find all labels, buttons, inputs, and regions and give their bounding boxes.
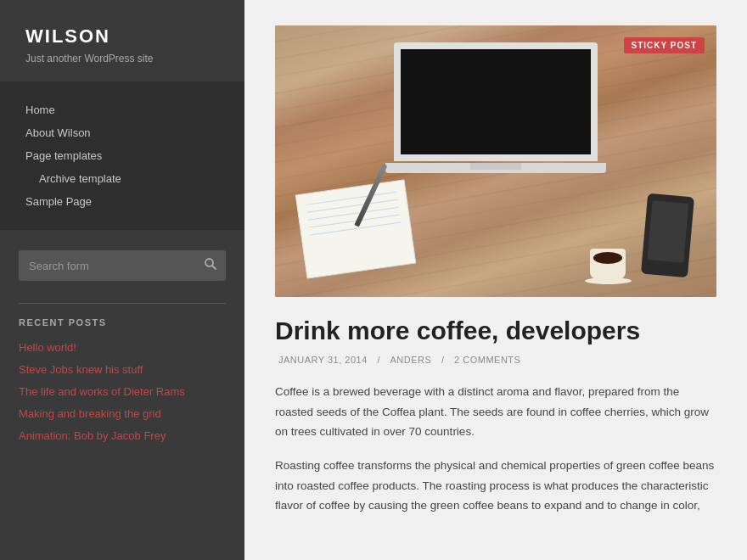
post-paragraph-1: Coffee is a brewed beverage with a disti… [275, 382, 716, 442]
recent-posts-list: Hello world! Steve Jobs knew his stuff T… [19, 339, 226, 443]
list-item[interactable]: Hello world! [19, 339, 226, 355]
list-item[interactable]: Animation: Bob by Jacob Frey [19, 428, 226, 443]
meta-separator-2: / [441, 355, 447, 365]
featured-image-wrapper: STICKY POST [275, 25, 716, 297]
svg-line-1 [212, 266, 216, 269]
recent-post-link-2[interactable]: Steve Jobs knew his stuff [19, 363, 143, 376]
nav-link-page-templates[interactable]: Page templates [0, 144, 244, 167]
post-article: STICKY POST Drink more coffee, developer… [275, 25, 716, 516]
nav-item-home[interactable]: Home [0, 98, 244, 121]
site-title: WILSON [25, 25, 219, 48]
laptop-screen [394, 42, 598, 161]
search-button[interactable] [195, 250, 226, 281]
laptop-trackpad [470, 163, 521, 170]
list-item[interactable]: The life and works of Dieter Rams [19, 384, 226, 399]
main-content: STICKY POST Drink more coffee, developer… [244, 0, 747, 560]
featured-image [275, 25, 716, 297]
notebook-lines [296, 181, 412, 254]
phone-illustration [641, 193, 694, 277]
nav-link-home[interactable]: Home [0, 98, 244, 121]
recent-posts-section: RECENT POSTS Hello world! Steve Jobs kne… [0, 317, 244, 450]
nav-item-archive-template[interactable]: Archive template [0, 167, 244, 190]
post-body: Coffee is a brewed beverage with a disti… [275, 382, 716, 516]
phone-screen [647, 200, 688, 262]
list-item[interactable]: Steve Jobs knew his stuff [19, 361, 226, 377]
cup-body [590, 249, 626, 279]
post-date: JANUARY 31, 2014 [278, 355, 368, 365]
site-tagline: Just another WordPress site [25, 53, 219, 64]
notebook-illustration [295, 179, 417, 278]
cup-saucer [585, 277, 632, 284]
search-section [0, 230, 244, 289]
post-title: Drink more coffee, developers [275, 316, 716, 346]
search-icon [204, 257, 217, 271]
nav-link-archive-template[interactable]: Archive template [0, 167, 244, 190]
laptop-illustration [377, 42, 615, 195]
post-author: ANDERS [390, 355, 432, 365]
image-background [275, 25, 716, 297]
post-paragraph-2: Roasting coffee transforms the physical … [275, 456, 716, 516]
recent-post-link-5[interactable]: Animation: Bob by Jacob Frey [19, 429, 166, 442]
laptop-screen-inner [401, 49, 591, 154]
meta-separator-1: / [377, 355, 383, 365]
search-input[interactable] [19, 252, 195, 280]
coffee-cup-illustration [585, 238, 632, 284]
post-meta: JANUARY 31, 2014 / ANDERS / 2 COMMENTS [275, 355, 716, 365]
search-form [19, 250, 226, 281]
recent-post-link-3[interactable]: The life and works of Dieter Rams [19, 385, 185, 398]
nav-item-page-templates[interactable]: Page templates [0, 144, 244, 167]
laptop-base [385, 163, 606, 173]
list-item[interactable]: Making and breaking the grid [19, 406, 226, 421]
nav-item-about[interactable]: About Wilson [0, 121, 244, 144]
recent-post-link-4[interactable]: Making and breaking the grid [19, 407, 161, 420]
cup-coffee [593, 252, 622, 264]
sidebar: WILSON Just another WordPress site Home … [0, 0, 244, 560]
nav-item-sample-page[interactable]: Sample Page [0, 190, 244, 213]
sticky-post-badge: STICKY POST [624, 37, 705, 53]
nav-link-sample-page[interactable]: Sample Page [0, 190, 244, 213]
sidebar-header: WILSON Just another WordPress site [0, 0, 244, 81]
post-comments: 2 COMMENTS [454, 355, 520, 365]
recent-posts-heading: RECENT POSTS [19, 317, 226, 328]
nav-link-about[interactable]: About Wilson [0, 121, 244, 144]
sidebar-navigation: Home About Wilson Page templates Archive… [0, 81, 244, 230]
recent-post-link-1[interactable]: Hello world! [19, 341, 76, 354]
divider [19, 303, 226, 304]
